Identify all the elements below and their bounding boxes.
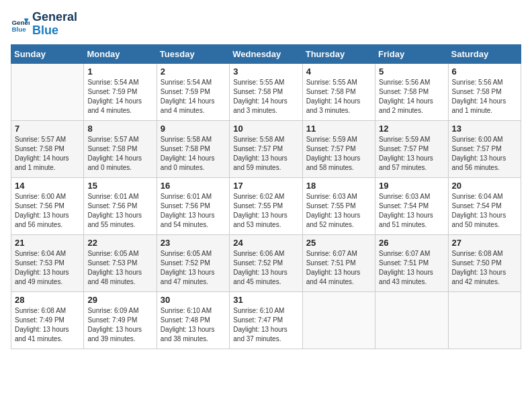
cell-info: and 55 minutes.: [87, 220, 152, 230]
weekday-header-wednesday: Wednesday: [230, 44, 302, 63]
day-number: 31: [233, 295, 298, 305]
cell-info: Sunrise: 5:58 AM: [161, 135, 226, 144]
day-number: 25: [306, 238, 371, 248]
day-number: 5: [379, 66, 444, 77]
cell-info: and 59 minutes.: [233, 163, 298, 173]
day-number: 23: [161, 238, 226, 248]
day-number: 20: [452, 181, 517, 191]
calendar-cell: [448, 291, 521, 349]
cell-info: Sunrise: 6:01 AM: [87, 192, 152, 201]
cell-info: Sunset: 7:56 PM: [161, 201, 226, 211]
cell-info: and 43 minutes.: [379, 277, 444, 287]
cell-info: Daylight: 13 hours: [87, 268, 152, 277]
cell-info: Sunrise: 6:04 AM: [15, 249, 80, 259]
cell-info: and 0 minutes.: [87, 163, 152, 173]
calendar-cell: [302, 291, 375, 349]
cell-info: Sunrise: 5:59 AM: [306, 135, 371, 144]
cell-info: Sunset: 7:57 PM: [452, 144, 517, 154]
cell-info: Daylight: 13 hours: [15, 211, 80, 220]
cell-info: Sunset: 7:58 PM: [161, 144, 226, 154]
cell-info: and 47 minutes.: [161, 277, 226, 287]
cell-info: Sunrise: 6:08 AM: [452, 249, 517, 259]
cell-info: and 0 minutes.: [161, 163, 226, 173]
calendar-cell: 20Sunrise: 6:04 AMSunset: 7:54 PMDayligh…: [448, 177, 521, 234]
cell-info: Daylight: 13 hours: [379, 154, 444, 163]
calendar-cell: 17Sunrise: 6:02 AMSunset: 7:55 PMDayligh…: [230, 177, 302, 234]
cell-info: and 1 minute.: [452, 106, 517, 116]
weekday-header-tuesday: Tuesday: [157, 44, 229, 63]
week-row-1: 1Sunrise: 5:54 AMSunset: 7:59 PMDaylight…: [11, 63, 521, 120]
day-number: 16: [161, 181, 226, 191]
day-number: 26: [379, 238, 444, 248]
cell-info: and 3 minutes.: [306, 106, 371, 116]
day-number: 24: [233, 238, 298, 248]
cell-info: Daylight: 13 hours: [161, 211, 226, 220]
day-number: 2: [161, 66, 226, 77]
calendar-cell: 15Sunrise: 6:01 AMSunset: 7:56 PMDayligh…: [84, 177, 157, 234]
cell-info: Sunset: 7:49 PM: [87, 316, 152, 325]
calendar-cell: 4Sunrise: 5:55 AMSunset: 7:58 PMDaylight…: [302, 63, 375, 120]
cell-info: Sunset: 7:48 PM: [161, 316, 226, 325]
day-number: 8: [87, 124, 152, 134]
cell-info: Sunset: 7:58 PM: [306, 87, 371, 97]
weekday-header-thursday: Thursday: [302, 44, 375, 63]
calendar-cell: 9Sunrise: 5:58 AMSunset: 7:58 PMDaylight…: [157, 120, 229, 177]
cell-info: and 4 minutes.: [161, 106, 226, 116]
cell-info: Sunset: 7:55 PM: [233, 201, 298, 211]
cell-info: Sunrise: 6:05 AM: [161, 249, 226, 259]
cell-info: Daylight: 13 hours: [452, 154, 517, 163]
cell-info: and 57 minutes.: [379, 163, 444, 173]
cell-info: and 51 minutes.: [379, 220, 444, 230]
cell-info: Daylight: 14 hours: [379, 97, 444, 106]
day-number: 19: [379, 181, 444, 191]
cell-info: Sunrise: 6:04 AM: [452, 192, 517, 201]
calendar-cell: 30Sunrise: 6:10 AMSunset: 7:48 PMDayligh…: [157, 291, 229, 349]
day-number: 30: [161, 295, 226, 305]
svg-text:Blue: Blue: [11, 26, 26, 33]
cell-info: Sunset: 7:47 PM: [233, 316, 298, 325]
calendar-cell: 14Sunrise: 6:00 AMSunset: 7:56 PMDayligh…: [11, 177, 84, 234]
logo-icon: General Blue: [11, 15, 30, 34]
day-number: 17: [233, 181, 298, 191]
calendar-cell: 10Sunrise: 5:58 AMSunset: 7:57 PMDayligh…: [230, 120, 302, 177]
cell-info: and 56 minutes.: [452, 163, 517, 173]
calendar-cell: 27Sunrise: 6:08 AMSunset: 7:50 PMDayligh…: [448, 234, 521, 291]
calendar-cell: 1Sunrise: 5:54 AMSunset: 7:59 PMDaylight…: [84, 63, 157, 120]
calendar-cell: 2Sunrise: 5:54 AMSunset: 7:59 PMDaylight…: [157, 63, 229, 120]
calendar-cell: 11Sunrise: 5:59 AMSunset: 7:57 PMDayligh…: [302, 120, 375, 177]
cell-info: Daylight: 13 hours: [452, 268, 517, 277]
day-number: 7: [15, 124, 80, 134]
cell-info: Daylight: 13 hours: [379, 268, 444, 277]
cell-info: Sunrise: 6:03 AM: [379, 192, 444, 201]
calendar-cell: 31Sunrise: 6:10 AMSunset: 7:47 PMDayligh…: [230, 291, 302, 349]
cell-info: Sunset: 7:52 PM: [161, 259, 226, 268]
cell-info: and 3 minutes.: [233, 106, 298, 116]
cell-info: Sunrise: 6:00 AM: [452, 135, 517, 144]
cell-info: and 49 minutes.: [15, 277, 80, 287]
day-number: 22: [87, 238, 152, 248]
cell-info: Sunrise: 6:05 AM: [87, 249, 152, 259]
cell-info: Sunset: 7:55 PM: [306, 201, 371, 211]
day-number: 18: [306, 181, 371, 191]
cell-info: and 50 minutes.: [452, 220, 517, 230]
cell-info: and 52 minutes.: [306, 220, 371, 230]
cell-info: Daylight: 13 hours: [306, 211, 371, 220]
day-number: 3: [233, 66, 298, 77]
cell-info: Sunset: 7:58 PM: [15, 144, 80, 154]
cell-info: Sunset: 7:59 PM: [161, 87, 226, 97]
cell-info: Sunrise: 6:09 AM: [87, 306, 152, 316]
week-row-4: 21Sunrise: 6:04 AMSunset: 7:53 PMDayligh…: [11, 234, 521, 291]
cell-info: Sunset: 7:58 PM: [87, 144, 152, 154]
day-number: 15: [87, 181, 152, 191]
cell-info: Daylight: 13 hours: [306, 154, 371, 163]
cell-info: and 42 minutes.: [452, 277, 517, 287]
cell-info: Sunrise: 5:55 AM: [306, 78, 371, 87]
cell-info: and 38 minutes.: [161, 334, 226, 344]
day-number: 10: [233, 124, 298, 134]
cell-info: Daylight: 13 hours: [15, 325, 80, 334]
weekday-header-sunday: Sunday: [11, 44, 84, 63]
cell-info: and 54 minutes.: [161, 220, 226, 230]
cell-info: Sunrise: 6:00 AM: [15, 192, 80, 201]
cell-info: Daylight: 13 hours: [15, 268, 80, 277]
cell-info: Daylight: 13 hours: [379, 211, 444, 220]
